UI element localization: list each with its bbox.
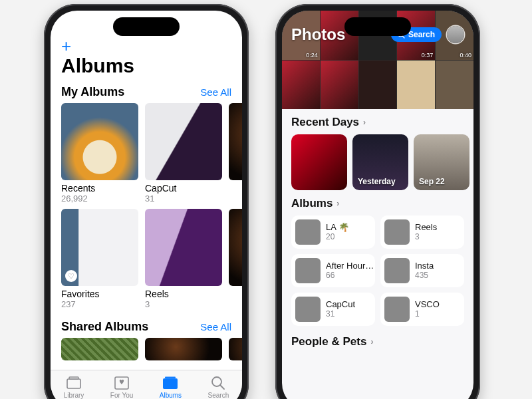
day-label: Sep 22: [419, 177, 445, 186]
album-count: 26,992: [61, 194, 138, 203]
video-duration: 0:37: [422, 52, 434, 59]
shared-album-item[interactable]: [229, 338, 242, 360]
day-card[interactable]: [291, 134, 347, 190]
page-title: Albums: [51, 55, 242, 81]
album-name: After Hours Tour: [326, 261, 375, 271]
tab-label: Search: [208, 392, 229, 399]
see-all-my-albums[interactable]: See All: [200, 86, 231, 98]
phone-photos-redesign: 0:24 0:37 0:40 Photos Search: [275, 4, 480, 399]
album-thumbnail: [145, 209, 222, 286]
album-count: 1: [415, 309, 440, 319]
people-pets-header[interactable]: People & Pets ›: [282, 326, 473, 354]
video-duration: 0:24: [306, 52, 318, 59]
tab-label: For You: [110, 392, 133, 399]
chevron-right-icon: ›: [363, 118, 366, 127]
recent-days-header[interactable]: Recent Days ›: [282, 109, 473, 134]
album-thumbnail: [61, 103, 138, 180]
album-name: VSCO: [415, 300, 440, 310]
shared-albums-header: Shared Albums: [61, 320, 148, 334]
chevron-right-icon: ›: [370, 337, 373, 346]
albums-header[interactable]: Albums ›: [282, 190, 473, 215]
phone-albums: + Albums My Albums See All Recents 26,99…: [44, 4, 249, 399]
library-icon: [66, 376, 82, 390]
album-capcut[interactable]: CapCut 31: [145, 103, 222, 203]
album-thumbnail: [145, 103, 222, 180]
album-card-vsco[interactable]: VSCO1: [380, 293, 464, 326]
album-card-capcut[interactable]: CapCut31: [291, 293, 375, 326]
album-card-la[interactable]: LA 🌴20: [291, 215, 375, 249]
tab-search[interactable]: Search: [208, 376, 229, 399]
screen-photos: 0:24 0:37 0:40 Photos Search: [282, 11, 473, 399]
album-count: 66: [326, 271, 375, 280]
album-name: Reels: [415, 223, 437, 233]
albums-icon: [162, 376, 178, 390]
chevron-right-icon: ›: [336, 199, 339, 208]
album-name: LA 🌴: [326, 223, 349, 233]
album-name: Favorites: [61, 289, 138, 299]
for-you-icon: [114, 376, 130, 390]
search-icon: [210, 376, 226, 390]
my-albums-row-1: Recents 26,992 CapCut 31: [51, 103, 242, 203]
album-name: Reels: [145, 289, 222, 299]
album-recents[interactable]: Recents 26,992: [61, 103, 138, 203]
shared-album-item[interactable]: [61, 338, 138, 360]
album-count: 237: [61, 299, 138, 309]
album-thumbnail: [229, 209, 242, 286]
album-thumbnail: [295, 219, 321, 245]
album-name: CapCut: [145, 183, 222, 194]
tab-albums[interactable]: Albums: [160, 376, 182, 399]
album-count: 31: [145, 194, 222, 203]
album-thumbnail: [384, 297, 410, 322]
svg-rect-4: [165, 377, 176, 378]
page-title: Photos: [291, 25, 345, 44]
svg-rect-3: [163, 378, 178, 389]
album-name: Insta: [415, 261, 434, 271]
album-card-reels[interactable]: Reels3: [380, 215, 464, 249]
album-card-after-hours[interactable]: After Hours Tour66: [291, 254, 375, 287]
album-favorites[interactable]: ♡ Favorites 237: [61, 209, 138, 309]
album-thumbnail: [229, 103, 242, 180]
svg-line-8: [402, 36, 404, 38]
tab-bar: Library For You Albums: [51, 370, 242, 399]
search-label: Search: [408, 30, 435, 39]
add-album-button[interactable]: +: [61, 37, 71, 55]
screen-albums: + Albums My Albums See All Recents 26,99…: [51, 11, 242, 399]
profile-avatar[interactable]: [447, 26, 464, 43]
heart-icon: ♡: [65, 270, 77, 282]
tab-label: Library: [64, 392, 84, 399]
tab-library[interactable]: Library: [64, 376, 84, 399]
album-thumbnail: [295, 258, 321, 283]
album-card-insta[interactable]: Insta435: [380, 254, 464, 287]
shared-album-item[interactable]: [145, 338, 222, 360]
album-name: Recents: [61, 183, 138, 194]
album-count: 3: [145, 299, 222, 309]
album-count: 31: [326, 309, 355, 319]
shared-albums-row: [51, 338, 242, 360]
album-thumbnail: [229, 338, 242, 360]
see-all-shared-albums[interactable]: See All: [200, 321, 231, 332]
album-peek[interactable]: [229, 103, 242, 203]
album-count: 435: [415, 271, 434, 280]
album-thumbnail: [145, 338, 222, 360]
svg-line-6: [220, 385, 224, 389]
dynamic-island: [344, 17, 411, 36]
my-albums-row-2: ♡ Favorites 237 Reels 3: [51, 209, 242, 309]
tab-for-you[interactable]: For You: [110, 376, 133, 399]
album-count: 3: [415, 232, 437, 241]
video-duration: 0:40: [460, 52, 471, 59]
tab-label: Albums: [160, 392, 182, 399]
album-thumbnail: [384, 258, 410, 283]
album-peek-2[interactable]: [229, 209, 242, 309]
recent-days-strip: Yesterday Sep 22: [282, 134, 473, 190]
album-name: CapCut: [326, 300, 355, 310]
album-reels[interactable]: Reels 3: [145, 209, 222, 309]
dynamic-island: [113, 17, 180, 36]
album-thumbnail: ♡: [61, 209, 138, 286]
album-count: 20: [326, 232, 349, 241]
svg-rect-0: [67, 379, 80, 388]
album-thumbnail: [61, 338, 138, 360]
my-albums-header: My Albums: [61, 85, 124, 99]
albums-grid: LA 🌴20 Reels3 After Hours Tour66 Insta43…: [282, 215, 473, 326]
day-card-yesterday[interactable]: Yesterday: [352, 134, 408, 190]
day-card-sep22[interactable]: Sep 22: [414, 134, 469, 190]
